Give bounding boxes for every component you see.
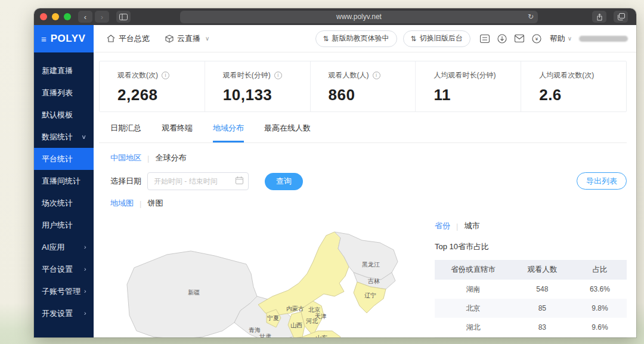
- info-icon[interactable]: i: [274, 72, 282, 79]
- toggle-province[interactable]: 省份: [435, 221, 450, 231]
- map-label-liaoning: 辽宁: [364, 292, 376, 299]
- sidebar-item-data-stats[interactable]: 数据统计 ∨: [34, 126, 94, 148]
- stat-value: 2.6: [539, 86, 626, 104]
- map-label-ningxia: 宁夏: [267, 315, 279, 321]
- chevron-right-icon: ›: [83, 288, 86, 295]
- map-label-tianjin: 天津: [315, 313, 327, 320]
- sidebar-toggle-icon: [119, 14, 128, 20]
- switch-icon: ⇅: [323, 35, 329, 43]
- map-label-shandong: 山东: [315, 334, 327, 337]
- account-name-redacted[interactable]: [579, 36, 628, 42]
- sidebar-item-room-stats[interactable]: 直播间统计: [34, 170, 94, 192]
- map-label-neimenggu: 内蒙古: [286, 305, 304, 312]
- share-icon: [596, 13, 603, 21]
- stat-watch-duration: 观看时长(分钟)i 10,133: [205, 61, 310, 111]
- browser-forward-button[interactable]: ›: [95, 11, 109, 23]
- map-label-heilongjiang: 黑龙江: [362, 261, 380, 268]
- stats-tabs: 日期汇总 观看终端 地域分布 最高在线人数: [99, 112, 627, 143]
- query-button[interactable]: 查询: [265, 173, 303, 190]
- tab-view-terminal[interactable]: 观看终端: [162, 123, 193, 142]
- zoom-window-button[interactable]: [64, 13, 71, 20]
- province-neimenggu[interactable]: [258, 232, 349, 315]
- date-filter-label: 选择日期: [110, 176, 141, 187]
- chevron-down-icon: ∨: [81, 134, 86, 140]
- cell-province: 广东: [435, 337, 512, 337]
- cell-province: 湖南: [435, 280, 512, 299]
- sidebar-item-label: 默认模板: [42, 110, 73, 120]
- sidebar-toggle-button[interactable]: [116, 11, 131, 23]
- help-menu[interactable]: 帮助 ∨: [550, 33, 572, 44]
- stat-label: 人均观看次数(次): [539, 70, 594, 80]
- coin-icon[interactable]: ¥: [532, 34, 541, 44]
- toggle-china-region[interactable]: 中国地区: [110, 153, 141, 163]
- toggle-region-map[interactable]: 地域图: [110, 198, 134, 209]
- toggle-city[interactable]: 城市: [464, 221, 479, 231]
- stat-label: 人均观看时长(分钟): [434, 70, 496, 80]
- divider: |: [456, 222, 458, 231]
- cell-viewers: 548: [512, 280, 573, 299]
- sidebar-item-user-stats[interactable]: 用户统计: [34, 214, 94, 236]
- sidebar-item-new-live[interactable]: 新建直播: [34, 60, 94, 82]
- sidebar-item-default-template[interactable]: 默认模板: [34, 104, 94, 126]
- chevron-right-icon: ›: [83, 244, 86, 250]
- browser-back-button[interactable]: ‹: [78, 11, 92, 23]
- nav-platform-overview[interactable]: 平台总览: [107, 33, 150, 44]
- document-icon[interactable]: [480, 35, 490, 43]
- table-row: 湖南 548 63.6%: [435, 280, 627, 299]
- sidebar-item-subaccount-mgmt[interactable]: 子账号管理 ›: [34, 280, 94, 302]
- province-city-toggle: 省份 | 城市: [435, 221, 627, 231]
- toggle-global-distribution[interactable]: 全球分布: [155, 153, 186, 163]
- info-icon[interactable]: i: [162, 72, 169, 79]
- switch-old-console-button[interactable]: ⇅ 切换旧版后台: [403, 30, 470, 47]
- address-bar[interactable]: www.polyv.net ↻: [180, 11, 538, 23]
- sidebar-item-ai-apps[interactable]: AI应用 ›: [34, 236, 94, 258]
- stat-value: 11: [434, 86, 521, 104]
- sidebar-item-label: 用户统计: [42, 220, 73, 231]
- svg-text:¥: ¥: [534, 36, 538, 42]
- polyv-logo[interactable]: ≡ POLYV: [34, 25, 94, 52]
- sidebar-item-label: 场次统计: [42, 198, 73, 209]
- switch-icon: ⇅: [411, 35, 417, 43]
- sidebar-item-platform-stats[interactable]: 平台统计: [34, 148, 94, 170]
- toggle-pie-chart[interactable]: 饼图: [147, 198, 163, 209]
- cell-share: 9.8%: [573, 299, 627, 318]
- menu-collapse-icon[interactable]: ≡: [41, 34, 47, 44]
- col-share: 占比: [573, 260, 627, 280]
- tab-overview-button[interactable]: [614, 11, 628, 23]
- sidebar: ≡ POLYV 新建直播 直播列表 默认模板 数据统计 ∨ 平台统计: [34, 25, 94, 337]
- col-province: 省份或直辖市: [435, 260, 512, 280]
- chevron-down-icon: ∨: [568, 35, 572, 42]
- sidebar-item-label: 数据统计: [42, 132, 73, 142]
- sidebar-item-label: 平台统计: [42, 154, 73, 165]
- table-row: 广东 47 5.4%: [435, 337, 627, 337]
- chart-view-toggle: 地域图 | 饼图: [110, 198, 627, 209]
- sidebar-item-platform-settings[interactable]: 平台设置 ›: [34, 258, 94, 280]
- info-icon[interactable]: i: [373, 72, 380, 79]
- download-icon[interactable]: [497, 34, 507, 44]
- app-header: 平台总览 云直播 ∨ ⇅ 新版助教页体验中 ⇅ 切换旧版后: [94, 25, 636, 52]
- date-range-input[interactable]: [147, 172, 249, 190]
- sidebar-item-label: 开发设置: [42, 308, 73, 319]
- close-window-button[interactable]: [40, 13, 47, 20]
- nav-cloud-live[interactable]: 云直播 ∨: [165, 33, 209, 44]
- share-button[interactable]: [592, 11, 606, 23]
- map-label-shanxi: 山西: [290, 322, 302, 328]
- tab-region-distribution[interactable]: 地域分布: [213, 123, 244, 142]
- calendar-icon[interactable]: [236, 176, 243, 187]
- stat-avg-duration: 人均观看时长(分钟) 11: [415, 61, 521, 111]
- minimize-window-button[interactable]: [52, 13, 59, 20]
- stat-label: 观看时长(分钟): [223, 70, 271, 80]
- stats-card: 观看次数(次)i 2,268 观看时长(分钟)i 10,133 观看人数(人)i…: [99, 61, 627, 112]
- mail-icon[interactable]: [515, 35, 524, 42]
- new-assistant-page-button[interactable]: ⇅ 新版助教页体验中: [315, 30, 397, 47]
- tab-date-summary[interactable]: 日期汇总: [110, 123, 141, 142]
- sidebar-item-session-stats[interactable]: 场次统计: [34, 192, 94, 214]
- tab-max-online[interactable]: 最高在线人数: [264, 123, 311, 142]
- sidebar-item-dev-settings[interactable]: 开发设置 ›: [34, 302, 94, 324]
- reload-icon[interactable]: ↻: [528, 13, 534, 21]
- sidebar-item-label: 新建直播: [42, 66, 73, 76]
- divider: |: [147, 154, 149, 163]
- sidebar-item-live-list[interactable]: 直播列表: [34, 82, 94, 104]
- export-list-button[interactable]: 导出列表: [577, 172, 627, 190]
- map-label-beijing: 北京: [308, 306, 320, 313]
